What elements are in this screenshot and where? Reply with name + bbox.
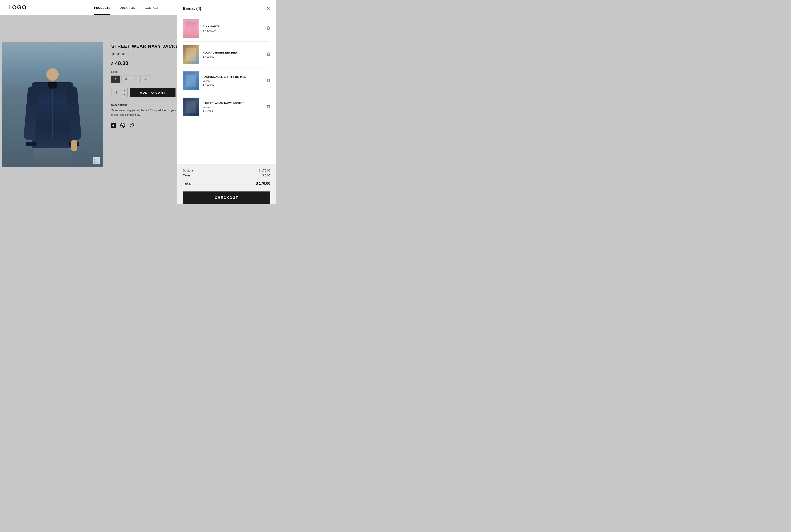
cart-header: Items: (4) ✕ [177, 0, 276, 16]
cart-item-image [183, 72, 199, 90]
quantity-control: ▲ ▼ [111, 88, 128, 97]
cart-title-text: Items: [183, 6, 195, 11]
cart-count: (4) [196, 6, 201, 11]
logo: LOGO [8, 4, 27, 11]
cart-item: STREET WEAR NAVY JACKET Variant: S 1 x $… [183, 94, 270, 120]
total-value: $ 170.00 [256, 182, 270, 186]
cart-item-info: FLORAL HANDKERCHIEF 1 x $15.00 [203, 51, 263, 58]
subtotal-row: Subtotal $ 170.00 [183, 169, 270, 172]
cart-item-image [183, 98, 199, 116]
quantity-up[interactable]: ▲ [122, 88, 127, 93]
tax-row: Taxes $ 0.00 [183, 174, 270, 177]
svg-rect-16 [268, 106, 270, 108]
size-m[interactable]: M [122, 76, 130, 83]
expand-button[interactable] [93, 157, 100, 164]
quantity-arrows: ▲ ▼ [122, 88, 127, 97]
pinterest-icon[interactable] [120, 123, 125, 129]
cart-item-info: PINK PANTS 1 x $100.00 [203, 25, 263, 32]
total-row: Total $ 170.00 [183, 179, 270, 188]
cart-item-qty-price: 1 x $15.00 [203, 55, 263, 58]
cart-item-delete-button[interactable] [266, 78, 270, 83]
nav-products[interactable]: PRODUCTS [94, 6, 110, 15]
svg-rect-13 [268, 79, 270, 82]
product-image-container [2, 42, 103, 167]
subtotal-label: Subtotal [183, 169, 194, 172]
cart-item-info: FASHIONABLE SHIRT FOR MEN Variant: S 1 x… [203, 75, 263, 86]
cart-item-variant: Variant: S [203, 80, 263, 82]
cart-item-delete-button[interactable] [266, 52, 270, 57]
cart-item-name: PINK PANTS [203, 25, 263, 28]
product-image [2, 42, 103, 167]
cart-item: FASHIONABLE SHIRT FOR MEN Variant: S 1 x… [183, 68, 270, 94]
size-s[interactable]: S [111, 76, 120, 83]
star-5: ★ [131, 52, 135, 57]
price-symbol: $ [111, 62, 113, 66]
quantity-down[interactable]: ▼ [122, 93, 127, 97]
navigation: PRODUCTS ABOUT US CONTACT [94, 0, 159, 15]
star-3: ★ [121, 52, 125, 57]
taxes-label: Taxes [183, 174, 190, 177]
cart-sidebar: Items: (4) ✕ PINK PANTS 1 x $100.00 [177, 0, 276, 204]
cart-item-name: STREET WEAR NAVY JACKET [203, 101, 263, 104]
cart-item-delete-button[interactable] [266, 26, 270, 31]
nav-about-us[interactable]: ABOUT US [120, 6, 135, 15]
size-l[interactable]: L [132, 76, 141, 83]
svg-rect-10 [268, 53, 270, 56]
cart-item-image [183, 19, 199, 38]
add-to-cart-button[interactable]: ADD TO CART [130, 88, 176, 97]
twitter-icon[interactable] [129, 123, 134, 129]
cart-footer: Subtotal $ 170.00 Taxes $ 0.00 Total $ 1… [177, 164, 276, 204]
taxes-value: $ 0.00 [262, 174, 270, 177]
cart-title: Items: (4) [183, 6, 201, 11]
star-1: ★ [111, 52, 115, 57]
cart-item-info: STREET WEAR NAVY JACKET Variant: S 1 x $… [203, 101, 263, 112]
cart-items-list: PINK PANTS 1 x $100.00 FLORAL HANDKERCHI… [177, 16, 276, 164]
total-label: Total [183, 182, 191, 186]
cart-item-delete-button[interactable] [266, 104, 270, 109]
cart-close-button[interactable]: ✕ [266, 6, 270, 11]
cart-item-variant: Variant: S [203, 106, 263, 109]
star-4: ★ [126, 52, 130, 57]
cart-item-qty-price: 1 x $100.00 [203, 29, 263, 32]
cart-item: FLORAL HANDKERCHIEF 1 x $15.00 [183, 42, 270, 68]
cart-item-image [183, 45, 199, 64]
star-2: ★ [116, 52, 120, 57]
checkout-button[interactable]: CHECKOUT [183, 191, 270, 204]
size-xl[interactable]: XL [142, 76, 151, 83]
facebook-icon[interactable] [111, 123, 116, 129]
price-amount: 40.00 [115, 60, 128, 66]
cart-item-name: FASHIONABLE SHIRT FOR MEN [203, 75, 263, 78]
subtotal-value: $ 170.00 [259, 169, 271, 172]
quantity-input[interactable] [111, 91, 122, 94]
cart-item-qty-price: 1 x $40.00 [203, 110, 263, 112]
cart-item-qty-price: 1 x $15.00 [203, 83, 263, 86]
cart-item: PINK PANTS 1 x $100.00 [183, 16, 270, 42]
svg-rect-7 [268, 27, 270, 30]
nav-contact[interactable]: CONTACT [145, 6, 159, 15]
cart-item-name: FLORAL HANDKERCHIEF [203, 51, 263, 54]
